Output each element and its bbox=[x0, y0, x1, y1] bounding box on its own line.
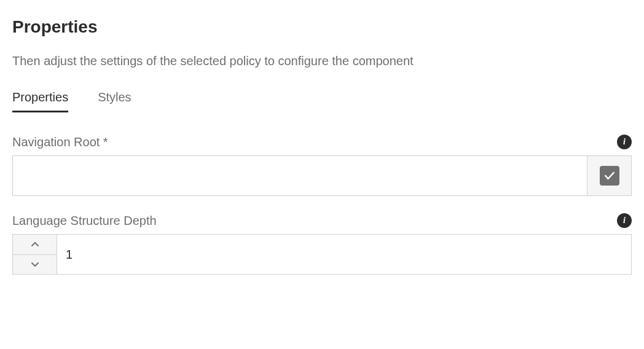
info-icon[interactable]: i bbox=[617, 213, 632, 228]
info-icon[interactable]: i bbox=[617, 135, 632, 149]
field-language-structure-depth: Language Structure Depth i bbox=[12, 213, 632, 275]
page-title: Properties bbox=[12, 17, 632, 37]
navigation-root-input[interactable] bbox=[12, 155, 587, 196]
language-depth-label: Language Structure Depth bbox=[12, 214, 157, 228]
tabs: Properties Styles bbox=[12, 90, 632, 112]
page-subtitle: Then adjust the settings of the selected… bbox=[12, 54, 632, 68]
stepper-down-button[interactable] bbox=[13, 255, 57, 275]
language-depth-input[interactable] bbox=[57, 234, 632, 275]
quantity-stepper-buttons bbox=[12, 234, 57, 275]
tab-properties[interactable]: Properties bbox=[12, 90, 68, 112]
tab-styles[interactable]: Styles bbox=[98, 90, 131, 112]
checkmark-icon bbox=[600, 166, 619, 186]
navigation-root-label: Navigation Root * bbox=[12, 135, 108, 149]
field-navigation-root: Navigation Root * i bbox=[12, 135, 632, 196]
navigation-root-confirm-button[interactable] bbox=[587, 155, 632, 196]
stepper-up-button[interactable] bbox=[13, 235, 57, 255]
